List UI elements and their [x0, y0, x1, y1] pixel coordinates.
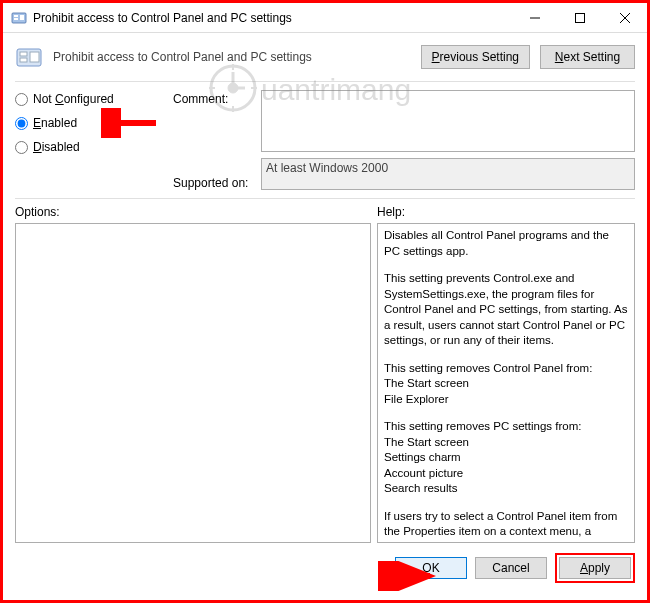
options-pane — [15, 223, 371, 543]
help-pane[interactable]: Disables all Control Panel programs and … — [377, 223, 635, 543]
help-p1: Disables all Control Panel programs and … — [384, 228, 628, 259]
policy-icon — [15, 43, 43, 71]
config-area: Not Configured Enabled Disabled Comment:… — [3, 82, 647, 194]
next-setting-button[interactable]: Next Setting — [540, 45, 635, 69]
help-p2: This setting prevents Control.exe and Sy… — [384, 271, 628, 349]
radio-enabled[interactable]: Enabled — [15, 116, 165, 130]
window-title: Prohibit access to Control Panel and PC … — [33, 11, 512, 25]
options-label: Options: — [15, 205, 377, 219]
svg-rect-5 — [575, 13, 584, 22]
svg-rect-1 — [14, 15, 18, 17]
minimize-button[interactable] — [512, 3, 557, 32]
maximize-button[interactable] — [557, 3, 602, 32]
close-button[interactable] — [602, 3, 647, 32]
help-label: Help: — [377, 205, 405, 219]
policy-header: Prohibit access to Control Panel and PC … — [3, 33, 647, 81]
comment-label: Comment: — [173, 92, 253, 148]
radio-disabled[interactable]: Disabled — [15, 140, 165, 154]
help-p5: If users try to select a Control Panel i… — [384, 509, 628, 543]
help-p4: This setting removes PC settings from: T… — [384, 419, 628, 497]
svg-rect-2 — [14, 18, 18, 20]
cancel-button[interactable]: Cancel — [475, 557, 547, 579]
policy-title: Prohibit access to Control Panel and PC … — [53, 50, 411, 64]
comment-input[interactable] — [261, 90, 635, 152]
supported-on-box[interactable]: At least Windows 2000 — [261, 158, 635, 190]
previous-setting-button[interactable]: Previous Setting — [421, 45, 530, 69]
svg-rect-3 — [20, 15, 24, 20]
ok-button[interactable]: OK — [395, 557, 467, 579]
help-p3: This setting removes Control Panel from:… — [384, 361, 628, 408]
svg-rect-11 — [30, 52, 39, 62]
svg-rect-10 — [20, 58, 27, 62]
policy-app-icon — [11, 10, 27, 26]
dialog-footer: OK Cancel Apply — [3, 543, 647, 593]
titlebar: Prohibit access to Control Panel and PC … — [3, 3, 647, 33]
apply-button[interactable]: Apply — [559, 557, 631, 579]
supported-on-label: Supported on: — [173, 176, 253, 190]
radio-not-configured[interactable]: Not Configured — [15, 92, 165, 106]
svg-rect-9 — [20, 52, 27, 56]
